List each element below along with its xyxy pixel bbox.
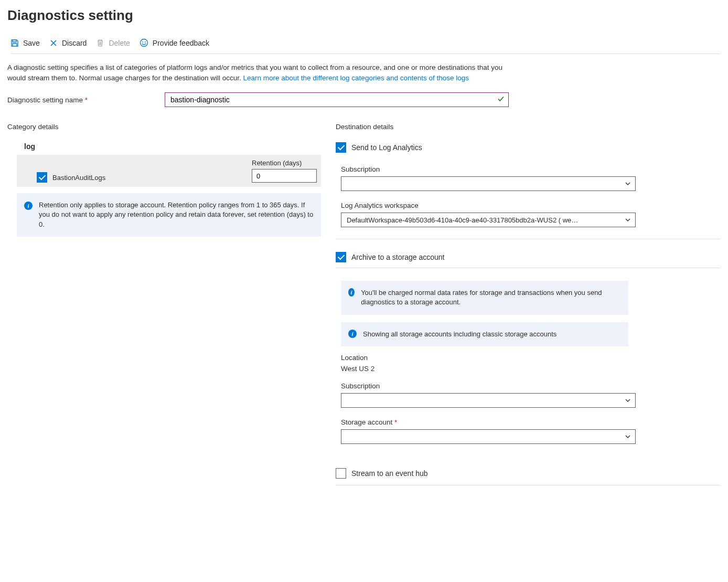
smile-icon [140,38,148,47]
archive-storage-label: Archive to a storage account [351,253,444,261]
storage-subscription-select[interactable] [341,393,636,408]
stream-eventhub-checkbox[interactable] [336,468,346,479]
la-workspace-label: Log Analytics workspace [341,202,721,209]
chevron-down-icon [625,433,631,440]
feedback-button[interactable]: Provide feedback [140,38,209,47]
svg-point-2 [145,41,146,43]
setting-name-input[interactable] [165,92,509,107]
delete-label: Delete [109,39,130,47]
svg-point-1 [142,41,143,43]
discard-button[interactable]: Discard [49,39,87,47]
save-button[interactable]: Save [10,39,40,47]
la-subscription-select[interactable] [341,176,636,191]
delete-button: Delete [96,39,130,47]
checkmark-icon [497,96,505,104]
bastion-audit-logs-checkbox[interactable] [37,172,47,183]
stream-eventhub-label: Stream to an event hub [351,469,428,478]
chevron-down-icon [625,217,631,223]
storage-section: Archive to a storage account i You'll be… [336,252,721,456]
retention-input[interactable] [252,169,317,183]
page-title: Diagnostics setting [7,7,721,24]
info-icon: i [348,330,357,338]
retention-info-box: i Retention only applies to storage acco… [17,193,321,237]
description-text: A diagnostic setting specifies a list of… [7,62,521,83]
retention-label: Retention (days) [252,159,317,167]
retention-info-text: Retention only applies to storage accoun… [39,200,314,229]
storage-account-label: Storage account * [341,418,721,426]
info-icon: i [348,288,355,297]
archive-storage-checkbox[interactable] [336,252,346,262]
learn-more-link[interactable]: Learn more about the different log categ… [243,74,469,82]
toolbar: Save Discard Delete Provide feedback [10,38,721,54]
bastion-audit-logs-label: BastionAuditLogs [52,174,105,182]
storage-classic-info: i Showing all storage accounts including… [341,322,628,346]
log-header: log [24,142,336,151]
destination-details-title: Destination details [336,123,721,131]
log-row: BastionAuditLogs Retention (days) [17,155,321,187]
info-icon: i [24,202,33,210]
eventhub-section: Stream to an event hub [336,468,721,485]
close-icon [49,39,58,47]
discard-label: Discard [62,39,87,47]
send-to-log-analytics-checkbox[interactable] [336,142,346,153]
chevron-down-icon [625,397,631,404]
save-label: Save [23,39,40,47]
save-icon [10,39,19,47]
feedback-label: Provide feedback [153,39,209,47]
la-workspace-select[interactable]: DefaultWorkspace-49b503d6-410a-40c9-ae40… [341,213,636,227]
chevron-down-icon [625,181,631,187]
storage-location-label: Location [341,354,721,362]
storage-location-value: West US 2 [341,365,721,373]
storage-subscription-label: Subscription [341,382,721,390]
delete-icon [96,39,104,47]
setting-name-label: Diagnostic setting name * [7,96,165,104]
svg-point-0 [140,39,147,47]
storage-account-select[interactable] [341,429,636,444]
category-details-title: Category details [7,123,336,131]
send-to-log-analytics-label: Send to Log Analytics [351,143,422,152]
storage-charge-info: i You'll be charged normal data rates fo… [341,281,628,314]
la-subscription-label: Subscription [341,165,721,173]
log-analytics-section: Send to Log Analytics Subscription Log A… [336,142,721,239]
